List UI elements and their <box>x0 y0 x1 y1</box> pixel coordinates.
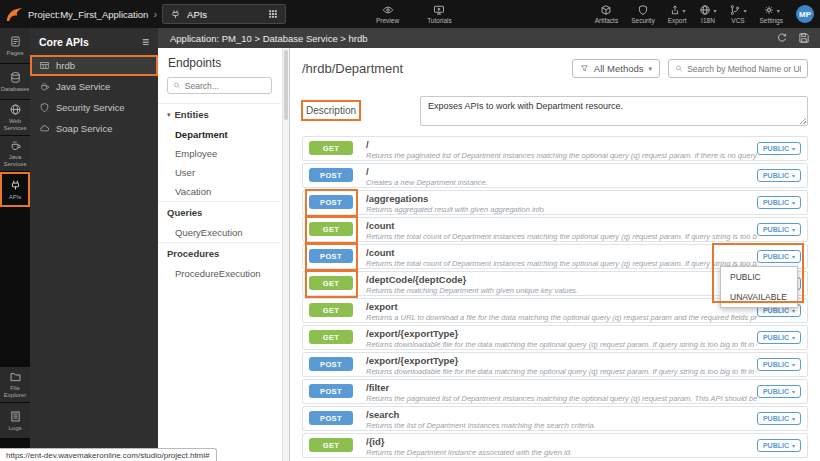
http-method-badge: POST <box>309 384 353 398</box>
wavemaker-logo-icon <box>5 5 24 24</box>
sidebar-item-databases[interactable]: Databases <box>0 64 30 99</box>
endpoint-list: GET / Returns the paginated list of Depa… <box>302 136 808 458</box>
chevron-down-icon: ▾ <box>777 7 780 14</box>
endpoint-path: /filter <box>366 383 757 393</box>
api-endpoint-row[interactable]: POST /search Returns the list of Departm… <box>302 406 808 431</box>
sidebar-item-file-explorer[interactable]: File Explorer <box>0 367 30 402</box>
export-button[interactable]: ▾ Export <box>668 4 687 24</box>
core-api-item-soap-service[interactable]: Soap Service <box>30 118 158 139</box>
search-icon <box>173 81 181 90</box>
method-search-input[interactable] <box>687 64 801 74</box>
java-coffee-icon <box>39 81 50 92</box>
refresh-icon[interactable] <box>776 32 788 44</box>
chevron-down-icon: ▾ <box>792 415 795 422</box>
access-level-dropdown[interactable]: PUBLIC▾ <box>757 196 801 209</box>
gear-icon <box>763 4 775 16</box>
sidebar-item-apis[interactable]: APIs <box>0 172 30 207</box>
preview-eye-icon <box>382 4 394 16</box>
endpoint-description: Returns the paginated list of Department… <box>366 394 757 403</box>
sidebar-item-logs[interactable]: Logs <box>0 403 30 438</box>
user-avatar[interactable]: MP <box>796 5 814 23</box>
chevron-down-icon: ▾ <box>792 307 795 314</box>
tree-item-employee[interactable]: Employee <box>158 144 281 163</box>
tree-item-queryexecution[interactable]: QueryExecution <box>158 223 281 242</box>
api-endpoint-row[interactable]: POST /filter Returns the paginated list … <box>302 379 808 404</box>
methods-filter-dropdown[interactable]: All Methods ▾ <box>572 59 660 78</box>
tutorials-screen-icon <box>433 4 445 16</box>
hamburger-icon[interactable]: ≡ <box>142 35 149 49</box>
tree-item-department[interactable]: Department <box>158 125 281 144</box>
save-icon[interactable] <box>798 32 810 44</box>
http-method-badge: POST <box>309 195 353 209</box>
scrollbar-thumb[interactable] <box>284 50 288 120</box>
sidebar-item-web-services[interactable]: Web Services <box>0 100 30 135</box>
access-level-dropdown[interactable]: PUBLIC▾ <box>757 331 801 344</box>
endpoint-description: Returns downloadable file for the data m… <box>366 340 757 349</box>
chevron-down-icon: ▾ <box>792 199 795 206</box>
chevron-down-icon: ▾ <box>792 145 795 152</box>
description-label: Description <box>306 105 356 116</box>
globe-icon <box>699 4 711 16</box>
sidebar-item-pages[interactable]: Pages <box>0 28 30 63</box>
access-level-dropdown[interactable]: PUBLIC▾ <box>757 169 801 182</box>
endpoint-description: Returns downloadable file for the data m… <box>366 367 757 376</box>
api-detail-content: /hrdb/Department All Methods ▾ <box>290 48 820 461</box>
endpoint-path: /export <box>366 302 757 312</box>
tutorials-button[interactable]: Tutorials <box>427 4 452 24</box>
preview-button[interactable]: Preview <box>376 4 399 24</box>
access-level-dropdown[interactable]: PUBLIC▾ <box>757 385 801 398</box>
table-grid-icon <box>39 60 50 71</box>
endpoint-path: /export/{exportType} <box>366 329 757 339</box>
description-textarea[interactable]: Exposes APIs to work with Department res… <box>420 96 808 126</box>
menu-option-unavailable[interactable]: UNAVAILABLE <box>721 287 797 307</box>
endpoint-path: /deptCode/{deptCode} <box>366 275 757 285</box>
core-apis-title: Core APIs <box>39 36 89 48</box>
tree-item-vacation[interactable]: Vacation <box>158 182 281 201</box>
api-endpoint-row[interactable]: POST /aggregations Returns aggregated re… <box>302 190 808 215</box>
tree-section-procedures[interactable]: Procedures <box>158 242 281 264</box>
endpoint-description: Returns the list of Department instances… <box>366 421 757 430</box>
api-endpoint-row[interactable]: POST / Creates a new Department instance… <box>302 163 808 188</box>
endpoints-search[interactable] <box>167 77 272 94</box>
api-endpoint-row[interactable]: POST /count Returns the total count of D… <box>302 244 808 269</box>
tree-item-user[interactable]: User <box>158 163 281 182</box>
access-level-dropdown[interactable]: PUBLIC▾ <box>757 412 801 425</box>
endpoints-search-input[interactable] <box>185 81 266 91</box>
security-button[interactable]: Security <box>631 4 654 24</box>
tree-section-queries[interactable]: Queries <box>158 201 281 223</box>
access-level-dropdown[interactable]: PUBLIC▾ <box>757 439 801 452</box>
artifacts-button[interactable]: Artifacts <box>595 4 618 24</box>
endpoint-path: /{id} <box>366 437 757 447</box>
core-api-item-security-service[interactable]: Security Service <box>30 97 158 118</box>
endpoints-panel: Endpoints ▾ Entities Department Employee… <box>158 48 290 461</box>
tree-item-procedureexecution[interactable]: ProcedureExecution <box>158 264 281 283</box>
chevron-down-icon: ▾ <box>792 172 795 179</box>
access-level-dropdown[interactable]: PUBLIC▾ <box>757 142 801 155</box>
tree-section-entities[interactable]: ▾ Entities <box>158 103 281 125</box>
chevron-down-icon: ▾ <box>713 7 716 14</box>
core-api-item-java-service[interactable]: Java Service <box>30 76 158 97</box>
menu-option-public[interactable]: PUBLIC <box>721 267 797 287</box>
access-level-dropdown[interactable]: PUBLIC▾ <box>757 358 801 371</box>
apis-workspace-tab[interactable]: APIs <box>162 4 286 24</box>
status-url: https://ent-dev.wavemakeronline.com/stud… <box>0 448 217 461</box>
i18n-button[interactable]: ▾ I18N <box>699 4 716 24</box>
http-method-badge: GET <box>309 141 353 155</box>
access-level-dropdown[interactable]: PUBLIC▾ <box>757 223 801 236</box>
sidebar-item-java-services[interactable]: Java Services <box>0 136 30 171</box>
access-level-dropdown[interactable]: PUBLIC▾ <box>757 250 801 263</box>
endpoint-path: / <box>366 140 757 150</box>
api-endpoint-row[interactable]: POST /export/{exportType} Returns downlo… <box>302 352 808 377</box>
settings-button[interactable]: ▾ Settings <box>760 4 784 24</box>
core-api-item-hrdb[interactable]: hrdb <box>30 55 158 76</box>
api-endpoint-row[interactable]: GET /{id} Returns the Department instanc… <box>302 433 808 458</box>
api-endpoint-row[interactable]: GET /export/{exportType} Returns downloa… <box>302 325 808 350</box>
api-endpoint-row[interactable]: GET /count Returns the total count of De… <box>302 217 808 242</box>
breadcrumb-bar: Application: PM_10 > Database Service > … <box>158 28 820 48</box>
database-icon <box>9 71 22 84</box>
api-endpoint-row[interactable]: GET / Returns the paginated list of Depa… <box>302 136 808 161</box>
export-icon <box>669 4 681 16</box>
vcs-button[interactable]: ▾ VCS <box>729 4 746 24</box>
scrollbar[interactable] <box>282 48 289 461</box>
method-search[interactable] <box>668 59 808 78</box>
